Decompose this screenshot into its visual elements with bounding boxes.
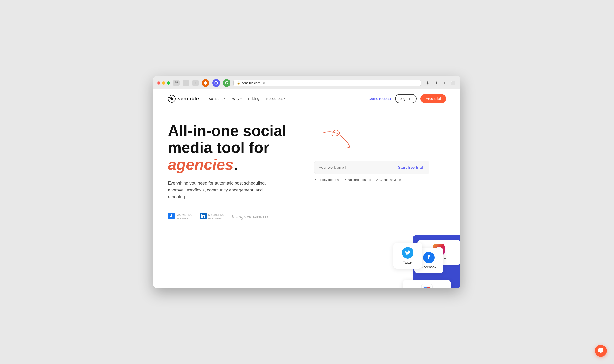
chevron-down-icon: ▾ [224, 97, 225, 100]
minimize-button[interactable] [162, 81, 165, 85]
tabs-icon[interactable]: ⬜ [450, 79, 457, 86]
facebook-partner-icon [168, 213, 175, 221]
svg-rect-1 [177, 82, 178, 83]
email-form: Start free trial [314, 161, 429, 174]
svg-point-12 [201, 214, 202, 215]
browser-icon-3: G [223, 79, 231, 87]
twitter-card-label: Twitter [403, 260, 412, 264]
facebook-card-label: Facebook [422, 265, 436, 269]
email-input[interactable] [319, 162, 393, 172]
instagram-partner: Instagram PARTNERS [232, 213, 269, 220]
hero-section: All-in-one social media tool for agencie… [153, 108, 461, 233]
url-text: sendible.com [242, 81, 260, 85]
linkedin-partner-label: MARKETINGPARTNERS [208, 213, 224, 220]
main-nav: sendible Solutions ▾ Why ▾ Pricing Resou… [153, 89, 461, 108]
browser-chrome: ‹ › G 🔒 sendible.com ↻ ⬇ ⬆ + ⬜ [153, 76, 461, 89]
browser-window: ‹ › G 🔒 sendible.com ↻ ⬇ ⬆ + ⬜ [153, 76, 461, 288]
free-trial-button[interactable]: Free trial [421, 94, 446, 103]
address-bar[interactable]: 🔒 sendible.com ↻ [233, 80, 421, 86]
nav-links: Solutions ▾ Why ▾ Pricing Resources ▾ [208, 97, 368, 101]
sign-in-button[interactable]: Sign in [395, 94, 417, 103]
google-my-business-card: Google My Business [403, 280, 451, 288]
new-tab-icon[interactable]: + [441, 79, 448, 86]
check-icon: ✓ [376, 178, 378, 182]
logo[interactable]: sendible [168, 95, 199, 103]
check-icon: ✓ [314, 178, 317, 182]
reload-icon[interactable]: ↻ [263, 81, 265, 85]
chat-bubble-button[interactable] [595, 345, 607, 357]
traffic-lights [157, 81, 170, 85]
svg-rect-3 [204, 82, 205, 84]
chevron-down-icon: ▾ [284, 97, 286, 100]
nav-actions: Demo request Sign in Free trial [369, 94, 446, 103]
arrow-decoration [314, 127, 357, 151]
back-button[interactable]: ‹ [182, 80, 189, 86]
fullscreen-button[interactable] [167, 81, 170, 85]
nav-resources[interactable]: Resources ▾ [266, 97, 286, 101]
instagram-partner-label: Instagram PARTNERS [232, 213, 269, 220]
svg-rect-18 [427, 286, 430, 288]
facebook-partner: MarketingPartner [168, 213, 192, 221]
start-free-trial-button[interactable]: Start free trial [393, 162, 428, 173]
svg-rect-2 [175, 83, 176, 84]
trust-badge-3: ✓ Cancel anytime [376, 178, 401, 182]
svg-rect-11 [201, 215, 202, 218]
facebook-partner-label: MarketingPartner [177, 213, 192, 220]
twitter-icon [402, 247, 413, 259]
hero-left: All-in-one social media tool for agencie… [168, 122, 300, 228]
forward-button[interactable]: › [192, 80, 199, 86]
download-icon[interactable]: ⬇ [424, 79, 431, 86]
nav-pricing[interactable]: Pricing [248, 97, 259, 101]
google-my-business-icon [421, 284, 433, 288]
hero-title: All-in-one social media tool for agencie… [168, 122, 300, 173]
svg-point-8 [169, 97, 171, 98]
hero-right: Start free trial ✓ 14-day free trial ✓ N… [300, 122, 446, 228]
browser-icon-2 [212, 79, 220, 87]
svg-rect-0 [175, 82, 176, 83]
logo-icon [168, 95, 176, 103]
trust-badges: ✓ 14-day free trial ✓ No card required ✓… [314, 178, 401, 182]
demo-request-link[interactable]: Demo request [369, 97, 391, 101]
nav-why[interactable]: Why ▾ [232, 97, 242, 101]
close-button[interactable] [157, 81, 161, 85]
linkedin-partner-icon [200, 213, 206, 221]
twitter-card: Twitter [393, 243, 422, 269]
chevron-down-icon: ▾ [240, 97, 242, 100]
svg-rect-4 [205, 81, 205, 85]
check-icon: ✓ [344, 178, 347, 182]
tab-list-icon[interactable] [173, 80, 180, 86]
facebook-icon [423, 252, 435, 263]
trust-badge-1: ✓ 14-day free trial [314, 178, 339, 182]
browser-icon-1 [202, 79, 209, 87]
logo-text: sendible [177, 96, 199, 102]
lock-icon: 🔒 [237, 81, 240, 85]
partners-section: MarketingPartner MARKETINGPARTNERS Insta… [168, 213, 300, 221]
svg-rect-5 [206, 82, 206, 84]
svg-point-7 [170, 97, 173, 100]
linkedin-partner: MARKETINGPARTNERS [200, 213, 224, 221]
svg-rect-17 [424, 286, 427, 288]
social-cards-area: Facebook Twitter [153, 233, 461, 288]
hero-subtitle: Everything you need for automatic post s… [168, 180, 278, 200]
trust-badge-2: ✓ No card required [344, 178, 371, 182]
share-icon[interactable]: ⬆ [433, 79, 439, 86]
nav-solutions[interactable]: Solutions ▾ [208, 97, 225, 101]
page-content: sendible Solutions ▾ Why ▾ Pricing Resou… [153, 89, 461, 288]
